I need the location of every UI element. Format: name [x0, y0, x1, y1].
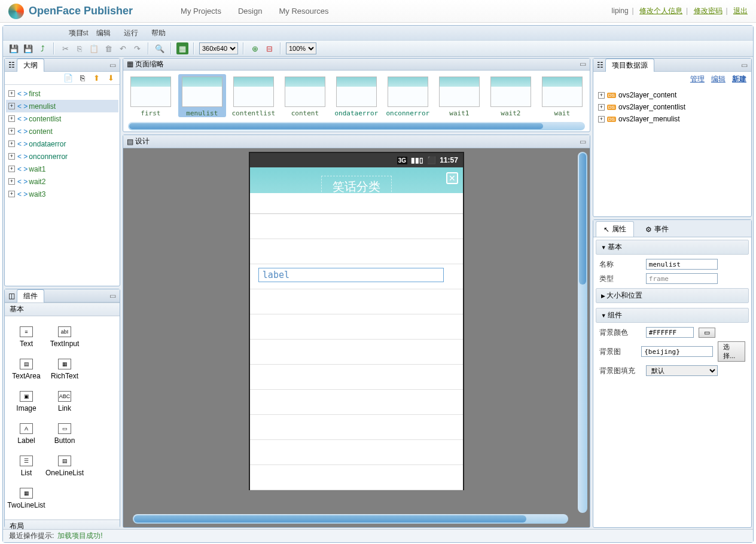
design-canvas[interactable]: 3G ▮▮▯ ⬛ 11:57 笑话分类 ✕	[123, 148, 590, 527]
component-list[interactable]: ☰List	[7, 450, 45, 482]
section-basic[interactable]: 基本	[5, 302, 120, 316]
phone-body: label	[250, 214, 463, 490]
thumbs-strip: firstmenulistcontentlistcontentondataerr…	[123, 71, 590, 121]
components-title[interactable]: 组件	[17, 289, 44, 302]
outline-item-ondataerror[interactable]: +< >ondataerror	[6, 137, 118, 150]
thumb-wait[interactable]: wait	[538, 74, 586, 117]
outline-item-menulist[interactable]: +< >menulist	[6, 100, 118, 112]
copy-page-icon[interactable]: ⎘	[77, 72, 89, 84]
thumb-ondataerror[interactable]: ondataerror	[333, 74, 380, 117]
thumbs-icon: ▦	[127, 60, 133, 68]
datasource-ovs2layer_contentlist[interactable]: +DSovs2layer_contentlist	[596, 101, 749, 113]
outline-item-first[interactable]: +< >first	[6, 87, 118, 100]
datasource-actions: 管理 编辑 新建	[593, 72, 751, 87]
phone-preview: 3G ▮▮▯ ⬛ 11:57 笑话分类 ✕	[249, 152, 464, 490]
new-page-icon[interactable]: 📄	[62, 72, 74, 84]
export-icon[interactable]: ⤴	[36, 42, 48, 54]
datasource-title[interactable]: 项目数据源	[605, 59, 654, 72]
copy-icon[interactable]: ⎘	[74, 42, 86, 54]
component-onelinelist[interactable]: ▤OneLineList	[45, 450, 84, 482]
color-picker-icon[interactable]: ▭	[699, 328, 715, 338]
nav-design[interactable]: Design	[238, 7, 262, 16]
thumbs-title: 页面缩略	[135, 59, 164, 69]
datasource-ovs2layer_content[interactable]: +DSovs2layer_content	[596, 89, 749, 101]
section-basic[interactable]: 基本	[596, 240, 749, 255]
datasource-panel: ☷ 项目数据源▭ 管理 编辑 新建 +DSovs2layer_content+D…	[593, 58, 752, 217]
component-button[interactable]: ▭Button	[45, 418, 84, 450]
redo-icon[interactable]: ↷	[131, 42, 143, 54]
outline-item-content[interactable]: +< >content	[6, 125, 118, 137]
component-richtext[interactable]: ▦RichText	[45, 353, 84, 386]
link-change-password[interactable]: 修改密码	[694, 7, 723, 15]
paste-icon[interactable]: 📋	[88, 42, 100, 54]
phone-time: 11:57	[440, 156, 458, 164]
outline-item-onconnerror[interactable]: +< >onconnerror	[6, 150, 118, 163]
thumb-content[interactable]: content	[281, 74, 329, 117]
canvas-v-scrollbar[interactable]	[578, 152, 587, 513]
cut-icon[interactable]: ✂	[59, 42, 71, 54]
save-icon[interactable]: 💾	[8, 42, 20, 54]
thumb-first[interactable]: first	[127, 74, 175, 117]
zoom-select[interactable]: 100%	[286, 42, 316, 54]
section-layout[interactable]: 布局	[5, 519, 120, 529]
input-name[interactable]	[646, 259, 718, 270]
remove-icon[interactable]: ⊟	[263, 42, 275, 54]
undo-icon[interactable]: ↶	[117, 42, 129, 54]
choose-button[interactable]: 选择...	[718, 341, 745, 362]
canvas-h-scrollbar[interactable]	[133, 514, 568, 524]
cursor-icon: ↖	[603, 225, 609, 234]
component-image[interactable]: ▣Image	[7, 386, 45, 418]
component-link[interactable]: ABCLink	[45, 386, 84, 418]
thumb-wait1[interactable]: wait1	[435, 74, 483, 117]
component-twolinelist[interactable]: ▦TwoLineList	[7, 482, 45, 515]
thumb-contentlist[interactable]: contentlist	[230, 74, 278, 117]
minimize-icon[interactable]: ▭	[580, 137, 586, 146]
minimize-icon[interactable]: ▭	[741, 61, 748, 69]
thumb-wait2[interactable]: wait2	[487, 74, 535, 117]
datasource-ovs2layer_menulist[interactable]: +DSovs2layer_menulist	[596, 113, 749, 125]
link-new[interactable]: 新建	[732, 75, 746, 83]
label-widget[interactable]: label	[258, 268, 444, 282]
link-manage[interactable]: 管理	[690, 75, 705, 83]
delete-icon[interactable]: 🗑	[102, 42, 114, 54]
minimize-icon[interactable]: ▭	[109, 61, 116, 69]
menu-run[interactable]: 运行	[124, 28, 138, 38]
move-down-icon[interactable]: ⬇	[105, 72, 117, 84]
move-up-icon[interactable]: ⬆	[91, 72, 103, 84]
nav-my-resources[interactable]: My Resources	[279, 7, 328, 16]
nav-my-projects[interactable]: My Projects	[181, 7, 221, 16]
save-all-icon[interactable]: 💾	[22, 42, 34, 54]
component-label[interactable]: ALabel	[7, 418, 45, 450]
component-text[interactable]: ≡Text	[7, 321, 45, 353]
input-bgcolor[interactable]	[646, 327, 694, 338]
section-sizepos[interactable]: 大小和位置	[596, 288, 749, 303]
outline-item-wait3[interactable]: +< >wait3	[6, 188, 118, 200]
link-logout[interactable]: 退出	[733, 7, 748, 15]
add-icon[interactable]: ⊕	[249, 42, 261, 54]
thumbs-scrollbar[interactable]	[128, 122, 585, 130]
component-textarea[interactable]: ▤TextArea	[7, 353, 45, 386]
thumb-onconnerror[interactable]: onconnerror	[384, 74, 432, 117]
menu-help[interactable]: 帮助	[151, 28, 166, 38]
minimize-icon[interactable]: ▭	[580, 60, 586, 68]
link-edit[interactable]: 编辑	[711, 75, 725, 83]
outline-title[interactable]: 大纲	[17, 59, 44, 72]
minimize-icon[interactable]: ▭	[109, 292, 116, 300]
tab-attributes[interactable]: ↖属性	[596, 221, 634, 237]
zoom-icon[interactable]: 🔍	[154, 42, 166, 54]
link-edit-profile[interactable]: 修改个人信息	[639, 7, 682, 15]
outline-item-wait2[interactable]: +< >wait2	[6, 175, 118, 188]
menu-edit[interactable]: 编辑	[96, 28, 111, 38]
resolution-select[interactable]: 360x640	[199, 42, 238, 54]
input-type[interactable]	[646, 273, 718, 284]
tab-events[interactable]: ⚙事件	[638, 221, 676, 237]
select-bgfill[interactable]: 默认	[646, 365, 718, 376]
image-icon[interactable]: ▦	[176, 42, 188, 54]
component-textinput[interactable]: abITextInput	[45, 321, 84, 353]
thumb-menulist[interactable]: menulist	[178, 74, 226, 117]
outline-item-wait1[interactable]: +< >wait1	[6, 163, 118, 175]
outline-item-contentlist[interactable]: +< >contentlist	[6, 112, 118, 125]
tree-icon: ☷	[8, 61, 15, 69]
input-bgimg[interactable]	[641, 346, 713, 357]
section-component[interactable]: 组件	[596, 308, 749, 323]
